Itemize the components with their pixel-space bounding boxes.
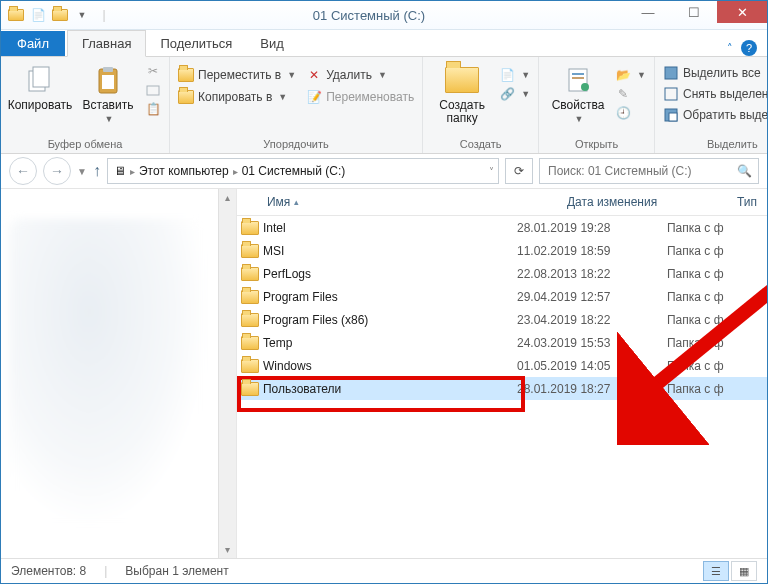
folder-icon	[237, 290, 263, 304]
file-row[interactable]: Intel28.01.2019 19:28Папка с ф	[237, 216, 767, 239]
copy-icon	[23, 63, 57, 97]
folder-icon	[237, 336, 263, 350]
paste-label: Вставить	[83, 99, 134, 112]
chevron-down-icon: ▼	[521, 89, 530, 99]
svg-rect-4	[102, 75, 114, 89]
folder-icon	[237, 244, 263, 258]
scroll-down-icon[interactable]: ▾	[219, 541, 236, 558]
file-type: Папка с ф	[667, 267, 724, 281]
rename-icon: 📝	[306, 89, 322, 105]
open-button[interactable]: 📂▼	[615, 67, 646, 83]
history-button[interactable]: 🕘	[615, 105, 646, 121]
view-icons-button[interactable]: ▦	[731, 561, 757, 581]
tab-file[interactable]: Файл	[1, 31, 65, 56]
refresh-button[interactable]: ⟳	[505, 158, 533, 184]
properties-button[interactable]: Свойства ▼	[547, 61, 609, 124]
new-folder-icon	[445, 63, 479, 97]
back-button[interactable]: ←	[9, 157, 37, 185]
status-bar: Элементов: 8 | Выбран 1 элемент ☰ ▦	[1, 558, 767, 583]
search-box[interactable]: 🔍	[539, 158, 759, 184]
navbar: ← → ▼ ↑ 🖥 ▸ Этот компьютер ▸ 01 Системны…	[1, 154, 767, 189]
navigation-pane[interactable]: ▴ ▾	[1, 189, 237, 558]
address-bar[interactable]: 🖥 ▸ Этот компьютер ▸ 01 Системный (C:) ˅	[107, 158, 499, 184]
maximize-button[interactable]: ☐	[671, 1, 717, 23]
file-row[interactable]: Program Files (x86)23.04.2019 18:22Папка…	[237, 308, 767, 331]
column-headers: Имя▴ Дата изменения Тип	[237, 189, 767, 216]
tab-home[interactable]: Главная	[67, 30, 146, 57]
cut-button[interactable]: ✂	[145, 63, 161, 79]
folder-icon	[237, 359, 263, 373]
paste-shortcut-button[interactable]: 📋	[145, 101, 161, 117]
app-icon	[7, 6, 25, 24]
properties-icon	[561, 63, 595, 97]
file-type: Папка с ф	[667, 244, 724, 258]
move-to-button[interactable]: Переместить в▼	[178, 67, 296, 83]
new-folder-button[interactable]: Создать папку	[431, 61, 493, 125]
edit-button[interactable]: ✎	[615, 86, 646, 102]
recent-locations-dropdown[interactable]: ▼	[77, 166, 87, 177]
qat-newfolder-icon[interactable]	[51, 6, 69, 24]
copy-to-button[interactable]: Копировать в▼	[178, 89, 296, 105]
navpane-scrollbar[interactable]: ▴ ▾	[218, 189, 236, 558]
file-row[interactable]: Windows01.05.2019 14:05Папка с ф	[237, 354, 767, 377]
select-all-icon	[663, 65, 679, 81]
ribbon-group-organize: Переместить в▼ Копировать в▼ ✕Удалить▼ 📝…	[170, 57, 423, 153]
copypath-button[interactable]	[145, 82, 161, 98]
cut-icon: ✂	[145, 63, 161, 79]
file-type: Папка с ф	[667, 336, 724, 350]
close-button[interactable]: ✕	[717, 1, 767, 23]
file-date: 11.02.2019 18:59	[517, 244, 667, 258]
qat-dropdown-icon[interactable]: ▼	[73, 6, 91, 24]
easy-access-button[interactable]: 🔗▼	[499, 86, 530, 102]
column-name[interactable]: Имя▴	[237, 195, 557, 209]
chevron-down-icon: ▼	[521, 70, 530, 80]
forward-button[interactable]: →	[43, 157, 71, 185]
move-to-label: Переместить в	[198, 68, 281, 82]
properties-label: Свойства	[552, 99, 605, 112]
rename-button[interactable]: 📝Переименовать	[306, 89, 414, 105]
ribbon-group-open: Свойства ▼ 📂▼ ✎ 🕘 Открыть	[539, 57, 655, 153]
file-type: Папка с ф	[667, 290, 724, 304]
copy-to-label: Копировать в	[198, 90, 272, 104]
tab-view[interactable]: Вид	[246, 31, 298, 56]
help-icon[interactable]: ?	[741, 40, 757, 56]
file-type: Папка с ф	[667, 359, 724, 373]
file-row[interactable]: Program Files29.04.2019 12:57Папка с ф	[237, 285, 767, 308]
breadcrumb-drive[interactable]: 01 Системный (C:)	[240, 164, 348, 178]
file-name: Windows	[263, 359, 517, 373]
new-item-button[interactable]: 📄▼	[499, 67, 530, 83]
chevron-right-icon: ▸	[233, 166, 238, 177]
ribbon-group-select: Выделить все Снять выделение Обратить вы…	[655, 57, 768, 153]
file-row[interactable]: Temp24.03.2019 15:53Папка с ф	[237, 331, 767, 354]
file-row[interactable]: Пользователи28.01.2019 18:27Папка с ф	[237, 377, 767, 400]
qat-properties-icon[interactable]: 📄	[29, 6, 47, 24]
minimize-button[interactable]: —	[625, 1, 671, 23]
select-none-button[interactable]: Снять выделение	[663, 86, 768, 102]
status-selected-count: Выбран 1 элемент	[125, 564, 228, 578]
file-row[interactable]: MSI11.02.2019 18:59Папка с ф	[237, 239, 767, 262]
svg-rect-13	[669, 113, 677, 121]
file-date: 29.04.2019 12:57	[517, 290, 667, 304]
select-all-button[interactable]: Выделить все	[663, 65, 768, 81]
ribbon-collapse[interactable]: ˄ ?	[727, 40, 757, 56]
file-row[interactable]: PerfLogs22.08.2013 18:22Папка с ф	[237, 262, 767, 285]
chevron-down-icon: ▼	[278, 92, 287, 102]
copy-button[interactable]: Копировать	[9, 61, 71, 112]
sort-asc-icon: ▴	[294, 197, 299, 207]
delete-button[interactable]: ✕Удалить▼	[306, 67, 414, 83]
copy-path-icon	[145, 82, 161, 98]
scroll-up-icon[interactable]: ▴	[219, 189, 236, 206]
file-name: Temp	[263, 336, 517, 350]
search-input[interactable]	[546, 163, 720, 179]
paste-button[interactable]: Вставить ▼	[77, 61, 139, 124]
invert-selection-button[interactable]: Обратить выделение	[663, 107, 768, 123]
breadcrumb-this-pc[interactable]: Этот компьютер	[137, 164, 231, 178]
column-type[interactable]: Тип	[727, 195, 767, 209]
up-button[interactable]: ↑	[93, 162, 101, 180]
column-date[interactable]: Дата изменения	[557, 195, 727, 209]
tab-share[interactable]: Поделиться	[146, 31, 246, 56]
svg-rect-1	[33, 67, 49, 87]
view-details-button[interactable]: ☰	[703, 561, 729, 581]
delete-label: Удалить	[326, 68, 372, 82]
address-dropdown-icon[interactable]: ˅	[489, 166, 494, 177]
